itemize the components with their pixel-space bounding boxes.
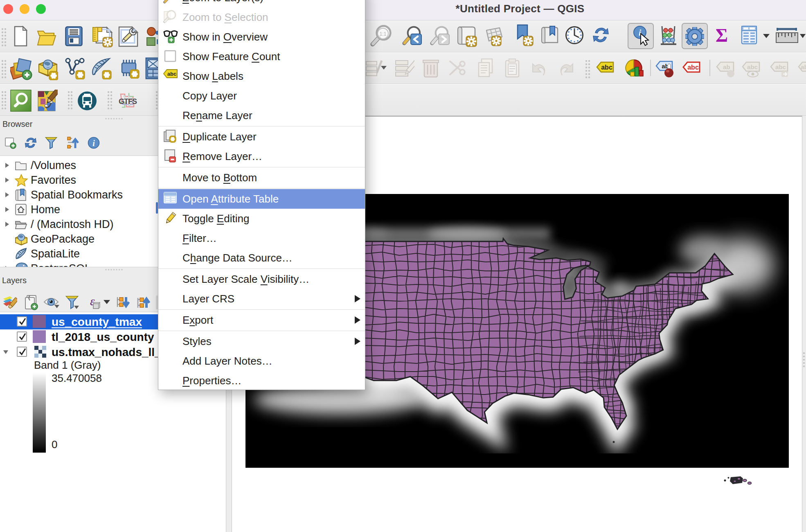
svg-text:abc: abc bbox=[687, 64, 699, 71]
svg-text:abc: abc bbox=[747, 63, 758, 70]
svg-text:abc: abc bbox=[775, 63, 786, 70]
svg-text:ab: ab bbox=[801, 63, 806, 70]
svg-text:ab: ab bbox=[723, 63, 730, 70]
svg-text:abc: abc bbox=[601, 64, 612, 71]
svg-text:Σ: Σ bbox=[716, 25, 728, 45]
svg-text:1:1: 1:1 bbox=[380, 31, 387, 37]
svg-text:GTFS: GTFS bbox=[119, 97, 137, 106]
svg-text:abc: abc bbox=[167, 71, 176, 77]
svg-text:i: i bbox=[92, 139, 95, 148]
